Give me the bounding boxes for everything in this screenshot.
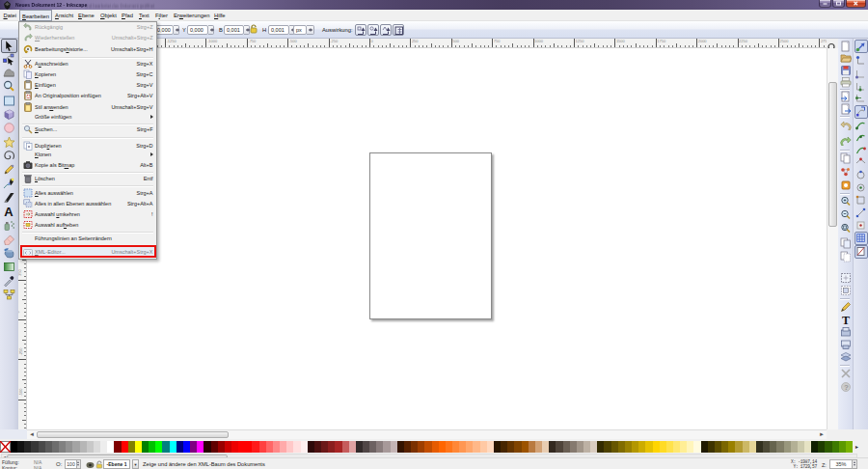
svg-text:?: ? bbox=[844, 383, 849, 392]
svg-text:A: A bbox=[4, 205, 14, 217]
svg-text:T: T bbox=[842, 314, 850, 325]
